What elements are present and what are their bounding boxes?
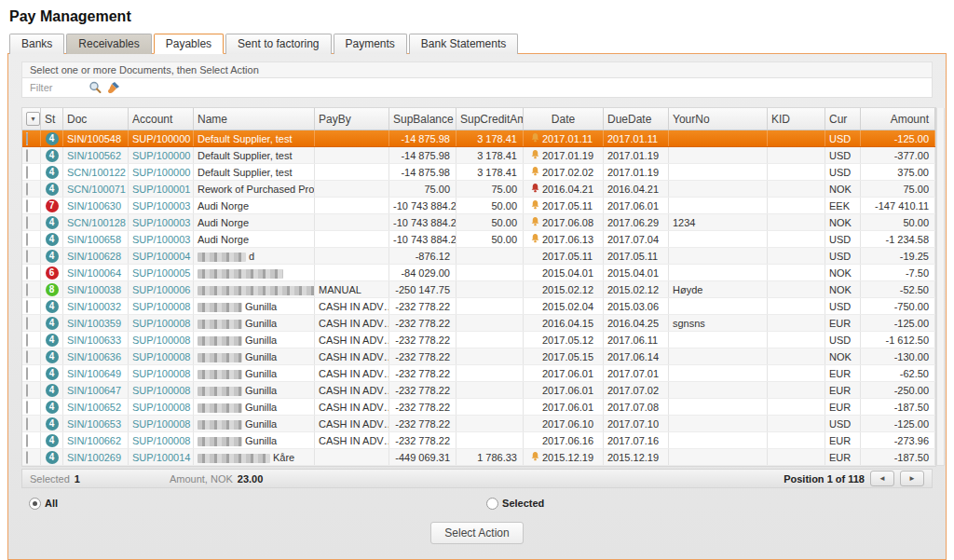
column-header-cur[interactable]: Cur: [825, 108, 861, 130]
column-header-amount[interactable]: Amount: [861, 108, 935, 130]
tab-sent-to-factoring[interactable]: Sent to factoring: [225, 34, 331, 54]
row-checkbox-cell[interactable]: [22, 382, 41, 398]
row-checkbox-cell[interactable]: [22, 130, 41, 146]
account-cell[interactable]: SUP/100005: [129, 265, 194, 280]
row-checkbox[interactable]: [26, 283, 28, 296]
column-header-name[interactable]: Name: [194, 108, 315, 130]
column-header-date[interactable]: Date: [524, 108, 604, 130]
tab-receivables[interactable]: Receivables: [66, 34, 151, 54]
doc-cell[interactable]: SIN/100658: [63, 231, 129, 247]
doc-cell[interactable]: SIN/100359: [63, 315, 129, 331]
row-checkbox[interactable]: [26, 199, 28, 212]
row-checkbox[interactable]: [26, 250, 28, 263]
row-checkbox[interactable]: [26, 132, 28, 145]
doc-cell[interactable]: SIN/100649: [63, 365, 129, 381]
doc-cell[interactable]: SIN/100653: [63, 416, 129, 431]
account-cell[interactable]: SUP/100014: [129, 449, 194, 465]
column-header-supcreditamt[interactable]: SupCreditAmt: [457, 108, 524, 130]
table-row[interactable]: 4SIN/100269SUP/100014Kåre-449 069.311 78…: [22, 449, 935, 466]
account-cell[interactable]: SUP/100008: [129, 298, 194, 314]
doc-cell[interactable]: SCN/100071: [63, 181, 129, 197]
row-checkbox-cell[interactable]: [22, 315, 41, 331]
column-header-duedate[interactable]: DueDate: [604, 108, 669, 130]
table-row[interactable]: 4SIN/100548SUP/100000Default Supplier, t…: [22, 130, 935, 147]
account-cell[interactable]: SUP/100003: [129, 231, 194, 247]
table-row[interactable]: 7SIN/100630SUP/100003Audi Norge-10 743 8…: [22, 198, 935, 214]
table-row[interactable]: 8SIN/100038SUP/100006MANUAL-250 147.7520…: [22, 281, 935, 298]
doc-cell[interactable]: SIN/100652: [63, 399, 129, 415]
table-row[interactable]: 4SIN/100652SUP/100008GunillaCASH IN ADV……: [22, 399, 935, 416]
doc-cell[interactable]: SIN/100562: [63, 147, 129, 163]
doc-cell[interactable]: SCN/100128: [63, 214, 129, 230]
row-checkbox-cell[interactable]: [22, 399, 41, 415]
clear-filter-brush-icon[interactable]: [106, 80, 121, 95]
table-row[interactable]: 4SIN/100653SUP/100008GunillaCASH IN ADV……: [22, 416, 935, 432]
row-checkbox[interactable]: [26, 149, 28, 162]
table-row[interactable]: 4SCN/100128SUP/100003Audi Norge-10 743 8…: [22, 214, 935, 231]
row-checkbox-cell[interactable]: [22, 214, 41, 230]
account-cell[interactable]: SUP/100000: [129, 147, 194, 163]
search-icon[interactable]: [88, 80, 102, 95]
row-checkbox[interactable]: [26, 266, 28, 280]
doc-cell[interactable]: SIN/100633: [63, 332, 129, 348]
row-checkbox[interactable]: [26, 434, 28, 447]
tab-bank-statements[interactable]: Bank Statements: [409, 34, 518, 54]
row-checkbox-cell[interactable]: [22, 432, 41, 448]
table-row[interactable]: 4SIN/100633SUP/100008GunillaCASH IN ADV……: [22, 332, 935, 348]
select-all-header[interactable]: ▾: [22, 108, 41, 130]
row-checkbox-cell[interactable]: [22, 198, 41, 213]
row-checkbox-cell[interactable]: [22, 365, 41, 381]
select-action-button[interactable]: Select Action: [430, 522, 524, 544]
doc-cell[interactable]: SIN/100630: [63, 198, 129, 213]
account-cell[interactable]: SUP/100008: [129, 332, 194, 348]
column-header-yourno[interactable]: YourNo: [669, 108, 768, 130]
row-checkbox[interactable]: [26, 367, 28, 380]
row-checkbox-cell[interactable]: [22, 416, 41, 431]
doc-cell[interactable]: SIN/100636: [63, 348, 129, 364]
column-header-account[interactable]: Account: [129, 108, 194, 130]
row-checkbox-cell[interactable]: [22, 248, 41, 264]
table-row[interactable]: 4SIN/100359SUP/100008GunillaCASH IN ADV……: [22, 315, 935, 332]
account-cell[interactable]: SUP/100008: [129, 365, 194, 381]
column-header-supbalance[interactable]: SupBalance: [389, 108, 457, 130]
radio-selected[interactable]: [486, 498, 498, 510]
row-checkbox-cell[interactable]: [22, 265, 41, 280]
row-checkbox-cell[interactable]: [22, 164, 41, 180]
doc-cell[interactable]: SIN/100038: [63, 281, 129, 297]
tab-banks[interactable]: Banks: [9, 34, 64, 54]
account-cell[interactable]: SUP/100001: [129, 181, 194, 197]
doc-cell[interactable]: SIN/100662: [63, 432, 129, 448]
account-cell[interactable]: SUP/100008: [129, 432, 194, 448]
account-cell[interactable]: SUP/100008: [129, 315, 194, 331]
filter-bar[interactable]: Filter: [21, 78, 933, 98]
row-checkbox-cell[interactable]: [22, 332, 41, 348]
table-row[interactable]: 4SCN/100122SUP/100000Default Supplier, t…: [22, 164, 935, 181]
row-checkbox[interactable]: [26, 233, 28, 246]
account-cell[interactable]: SUP/100000: [129, 130, 194, 146]
table-row[interactable]: 4SIN/100636SUP/100008GunillaCASH IN ADV……: [22, 348, 935, 365]
account-cell[interactable]: SUP/100008: [129, 348, 194, 364]
row-checkbox[interactable]: [26, 183, 28, 196]
prev-page-button[interactable]: ◄: [870, 471, 894, 486]
column-header-payby[interactable]: PayBy: [315, 108, 389, 130]
row-checkbox[interactable]: [26, 417, 28, 430]
next-page-button[interactable]: ►: [900, 471, 924, 486]
account-cell[interactable]: SUP/100008: [129, 382, 194, 398]
row-checkbox-cell[interactable]: [22, 231, 41, 247]
doc-cell[interactable]: SIN/100064: [63, 265, 129, 280]
account-cell[interactable]: SUP/100000: [129, 164, 194, 180]
account-cell[interactable]: SUP/100003: [129, 214, 194, 230]
row-checkbox-cell[interactable]: [22, 147, 41, 163]
select-menu-button[interactable]: ▾: [26, 112, 40, 126]
row-checkbox[interactable]: [26, 451, 28, 464]
table-row[interactable]: 4SIN/100649SUP/100008GunillaCASH IN ADV……: [22, 365, 935, 382]
row-checkbox-cell[interactable]: [22, 181, 41, 197]
doc-cell[interactable]: SIN/100628: [63, 248, 129, 264]
row-checkbox[interactable]: [26, 317, 28, 330]
row-checkbox[interactable]: [26, 166, 28, 179]
table-row[interactable]: 4SCN/100071SUP/100001Rework of Purchased…: [22, 181, 935, 198]
doc-cell[interactable]: SIN/100032: [63, 298, 129, 314]
account-cell[interactable]: SUP/100003: [129, 198, 194, 213]
row-checkbox[interactable]: [26, 216, 28, 229]
column-header-doc[interactable]: Doc: [63, 108, 129, 130]
